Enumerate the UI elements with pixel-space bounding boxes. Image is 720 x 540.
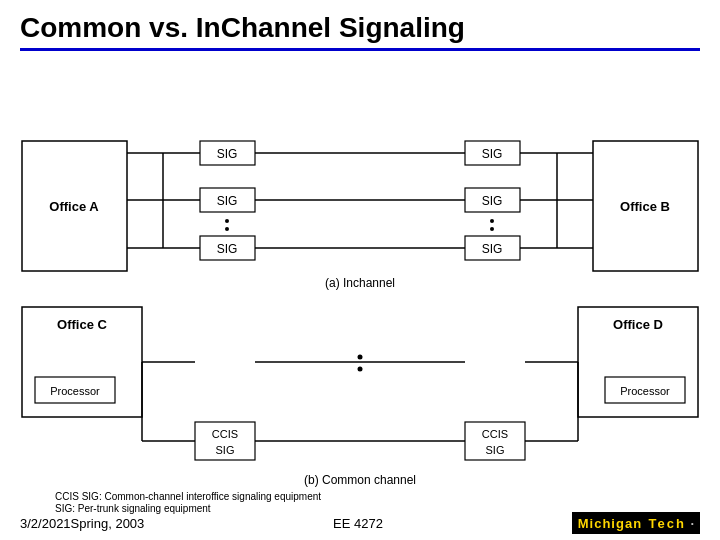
svg-text:Office C: Office C <box>57 317 107 332</box>
svg-text:SIG: SIG <box>216 444 235 456</box>
svg-text:SIG: SIG <box>217 194 238 208</box>
svg-text:SIG: SIG <box>482 242 503 256</box>
svg-text:SIG: SIG <box>482 194 503 208</box>
diagram-svg: Office A Office B SIG SIG SIG SIG SIG S <box>0 59 720 519</box>
svg-text:Office B: Office B <box>620 199 670 214</box>
svg-text:SIG: SIG <box>217 147 238 161</box>
logo-dot: · <box>690 516 694 531</box>
slide-title: Common vs. InChannel Signaling <box>0 0 720 48</box>
footer: 3/2/2021Spring, 2003 EE 4272 Michigan Te… <box>0 512 720 534</box>
logo-tech: Tech <box>649 516 686 531</box>
footer-logo: Michigan Tech · <box>572 512 700 534</box>
svg-point-19 <box>490 227 494 231</box>
footer-course: EE 4272 <box>333 516 383 531</box>
svg-point-17 <box>225 227 229 231</box>
footer-date: 3/2/2021Spring, 2003 <box>20 516 144 531</box>
logo-michigan: Michigan <box>578 516 642 531</box>
title-underline <box>20 48 700 51</box>
svg-text:SIG: SIG <box>486 444 505 456</box>
svg-text:Office A: Office A <box>49 199 99 214</box>
svg-text:SIG: SIG <box>482 147 503 161</box>
svg-text:(a) Inchannel: (a) Inchannel <box>325 276 395 290</box>
svg-point-16 <box>225 219 229 223</box>
svg-point-18 <box>490 219 494 223</box>
svg-text:CCIS SIG: Common-channel inter: CCIS SIG: Common-channel interoffice sig… <box>55 491 321 502</box>
svg-text:Office D: Office D <box>613 317 663 332</box>
svg-point-47 <box>358 367 363 372</box>
svg-text:Processor: Processor <box>50 385 100 397</box>
svg-text:SIG: SIG <box>217 242 238 256</box>
content-area: Office A Office B SIG SIG SIG SIG SIG S <box>0 59 720 519</box>
svg-text:CCIS: CCIS <box>212 428 238 440</box>
slide: Common vs. InChannel Signaling Office A … <box>0 0 720 540</box>
svg-text:(b) Common channel: (b) Common channel <box>304 473 416 487</box>
svg-text:CCIS: CCIS <box>482 428 508 440</box>
svg-text:Processor: Processor <box>620 385 670 397</box>
svg-point-46 <box>358 355 363 360</box>
